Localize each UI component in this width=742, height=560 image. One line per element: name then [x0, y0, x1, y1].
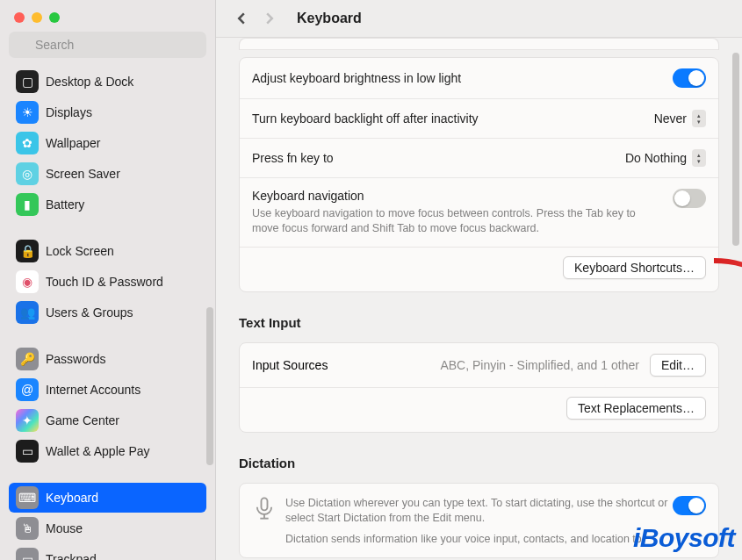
displays-icon: ☀ [16, 101, 39, 124]
keyboard-nav-toggle[interactable] [673, 189, 706, 208]
sidebar: ▢Desktop & Dock☀Displays✿Wallpaper◎Scree… [0, 0, 216, 560]
fn-stepper[interactable]: ▴▾ [692, 149, 706, 167]
back-button[interactable] [234, 11, 249, 26]
content-pane: Keyboard Adjust keyboard brightness in l… [216, 0, 742, 560]
sidebar-item-label: Desktop & Dock [46, 75, 133, 89]
sidebar-scrollbar[interactable] [206, 307, 213, 465]
nav-label: Keyboard navigation [252, 189, 673, 203]
sidebar-item-passwords[interactable]: 🔑Passwords [9, 344, 206, 374]
backlight-value: Never [654, 111, 687, 126]
svg-rect-2 [262, 498, 268, 510]
text-input-heading: Text Input [239, 292, 719, 335]
sidebar-item-label: Screen Saver [46, 167, 120, 181]
dictation-desc-2: Dictation sends information like your vo… [285, 532, 673, 548]
sidebar-item-users-groups[interactable]: 👥Users & Groups [9, 298, 206, 327]
window-controls [0, 0, 215, 32]
fn-value: Do Nothing [625, 151, 687, 165]
sidebar-item-label: Wallpaper [46, 136, 101, 150]
wallpaper-icon: ✿ [16, 132, 39, 154]
sidebar-item-trackpad[interactable]: ▭Trackpad [9, 544, 206, 560]
brightness-label: Adjust keyboard brightness in low light [252, 71, 461, 85]
sidebar-item-label: Wallet & Apple Pay [46, 444, 150, 458]
battery-icon: ▮ [16, 193, 39, 216]
content-scrollbar[interactable] [732, 53, 739, 246]
sidebar-item-internet-accounts[interactable]: @Internet Accounts [9, 375, 206, 405]
dictation-heading: Dictation [239, 433, 719, 476]
sidebar-item-battery[interactable]: ▮Battery [9, 190, 206, 219]
page-title: Keyboard [297, 11, 362, 26]
nav-description: Use keyboard navigation to move focus be… [252, 206, 656, 236]
sidebar-item-game-center[interactable]: ✦Game Center [9, 406, 206, 435]
sidebar-item-lock-screen[interactable]: 🔒Lock Screen [9, 236, 206, 266]
sidebar-item-label: Displays [46, 105, 92, 119]
sidebar-item-label: Keyboard [46, 491, 98, 505]
sidebar-item-label: Trackpad [46, 552, 97, 560]
mouse-icon: 🖱 [16, 517, 39, 540]
sidebar-item-label: Game Center [46, 413, 119, 427]
backlight-stepper[interactable]: ▴▾ [692, 110, 706, 127]
sidebar-item-label: Mouse [46, 521, 83, 535]
sidebar-item-label: Internet Accounts [46, 383, 140, 397]
sidebar-list: ▢Desktop & Dock☀Displays✿Wallpaper◎Scree… [0, 67, 215, 560]
screen-saver-icon: ◎ [16, 162, 39, 185]
fullscreen-window-button[interactable] [49, 12, 60, 23]
desktop-dock-icon: ▢ [16, 70, 39, 93]
sidebar-item-touch-id-password[interactable]: ◉Touch ID & Password [9, 267, 206, 297]
sidebar-item-wallpaper[interactable]: ✿Wallpaper [9, 128, 206, 158]
sidebar-item-keyboard[interactable]: ⌨Keyboard [9, 483, 206, 513]
search-input[interactable] [9, 32, 206, 58]
content-header: Keyboard [216, 0, 742, 38]
input-sources-label: Input Sources [252, 358, 328, 372]
minimize-window-button[interactable] [32, 12, 42, 23]
wallet-apple-pay-icon: ▭ [16, 440, 39, 463]
keyboard-shortcuts-button[interactable]: Keyboard Shortcuts… [563, 256, 706, 279]
edit-input-sources-button[interactable]: Edit… [650, 354, 706, 377]
trackpad-icon: ▭ [16, 548, 39, 560]
sidebar-item-desktop-dock[interactable]: ▢Desktop & Dock [9, 67, 206, 97]
input-sources-value: ABC, Pinyin - Simplified, and 1 other [440, 358, 638, 372]
dictation-desc-1: Use Dictation wherever you can type text… [285, 496, 673, 527]
passwords-icon: 🔑 [16, 348, 39, 370]
text-replacements-button[interactable]: Text Replacements… [566, 397, 706, 420]
keyboard-icon: ⌨ [16, 486, 39, 509]
internet-accounts-icon: @ [16, 378, 39, 401]
users-groups-icon: 👥 [16, 301, 39, 324]
sidebar-item-label: Passwords [46, 352, 105, 366]
sidebar-item-label: Battery [46, 197, 84, 212]
sidebar-item-label: Lock Screen [46, 244, 114, 258]
fn-label: Press fn key to [252, 151, 334, 165]
touch-id-password-icon: ◉ [16, 270, 39, 293]
backlight-label: Turn keyboard backlight off after inacti… [252, 111, 479, 126]
game-center-icon: ✦ [16, 409, 39, 432]
sidebar-item-label: Touch ID & Password [46, 275, 163, 289]
sidebar-item-displays[interactable]: ☀Displays [9, 97, 206, 127]
lock-screen-icon: 🔒 [16, 240, 39, 262]
sidebar-item-mouse[interactable]: 🖱Mouse [9, 513, 206, 543]
sidebar-item-label: Users & Groups [46, 305, 133, 319]
brightness-toggle[interactable] [673, 68, 706, 88]
dictation-toggle[interactable] [673, 496, 706, 515]
sidebar-item-wallet-apple-pay[interactable]: ▭Wallet & Apple Pay [9, 436, 206, 466]
sidebar-item-screen-saver[interactable]: ◎Screen Saver [9, 159, 206, 189]
microphone-icon [252, 496, 277, 521]
close-window-button[interactable] [14, 12, 25, 23]
forward-button[interactable] [262, 11, 277, 26]
